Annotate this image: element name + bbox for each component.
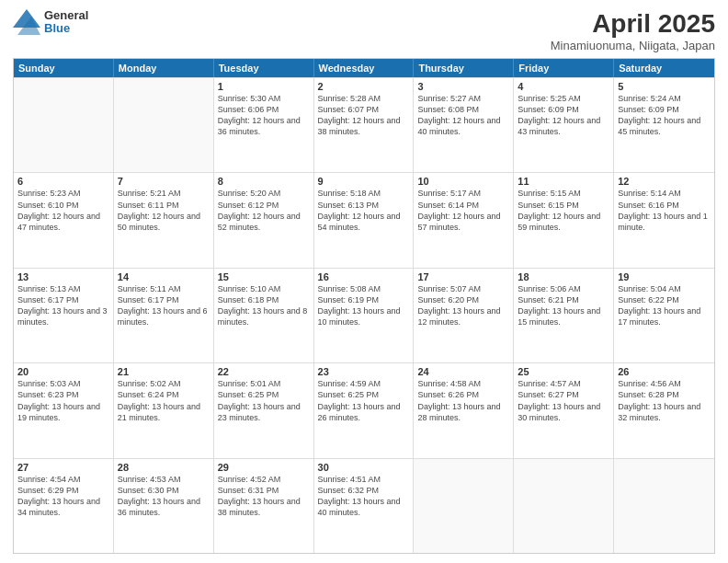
day-number: 13 xyxy=(17,271,109,282)
cal-cell-3-2: 22Sunrise: 5:01 AMSunset: 6:25 PMDayligh… xyxy=(214,363,314,457)
day-number: 24 xyxy=(417,366,509,377)
cal-cell-4-5 xyxy=(514,459,614,553)
day-number: 3 xyxy=(417,81,509,92)
day-info: Sunrise: 5:03 AMSunset: 6:23 PMDaylight:… xyxy=(17,378,109,423)
logo-icon xyxy=(13,9,40,35)
day-info: Sunrise: 4:53 AMSunset: 6:30 PMDaylight:… xyxy=(118,474,210,519)
cal-cell-4-2: 29Sunrise: 4:52 AMSunset: 6:31 PMDayligh… xyxy=(214,459,314,553)
title-block: April 2025 Minamiuonuma, Niigata, Japan xyxy=(551,9,715,52)
day-info: Sunrise: 5:21 AMSunset: 6:11 PMDaylight:… xyxy=(118,188,210,233)
cal-week-1: 6Sunrise: 5:23 AMSunset: 6:10 PMDaylight… xyxy=(14,172,714,267)
day-number: 21 xyxy=(118,366,210,377)
day-info: Sunrise: 5:30 AMSunset: 6:06 PMDaylight:… xyxy=(218,93,310,138)
cal-cell-2-2: 15Sunrise: 5:10 AMSunset: 6:18 PMDayligh… xyxy=(214,269,314,362)
location: Minamiuonuma, Niigata, Japan xyxy=(551,39,715,52)
header: General Blue April 2025 Minamiuonuma, Ni… xyxy=(13,9,715,52)
day-info: Sunrise: 4:59 AMSunset: 6:25 PMDaylight:… xyxy=(318,378,410,423)
day-info: Sunrise: 5:23 AMSunset: 6:10 PMDaylight:… xyxy=(17,188,109,233)
day-number: 10 xyxy=(417,176,509,187)
cal-cell-4-6 xyxy=(614,459,714,553)
day-number: 9 xyxy=(318,176,410,187)
day-number: 6 xyxy=(17,176,109,187)
cal-cell-3-5: 25Sunrise: 4:57 AMSunset: 6:27 PMDayligh… xyxy=(514,363,614,457)
day-info: Sunrise: 4:57 AMSunset: 6:27 PMDaylight:… xyxy=(518,378,609,423)
day-info: Sunrise: 5:01 AMSunset: 6:25 PMDaylight:… xyxy=(218,378,310,423)
cal-cell-3-1: 21Sunrise: 5:02 AMSunset: 6:24 PMDayligh… xyxy=(114,363,214,457)
cal-cell-0-0 xyxy=(14,78,114,172)
day-number: 25 xyxy=(518,366,609,377)
cal-cell-0-2: 1Sunrise: 5:30 AMSunset: 6:06 PMDaylight… xyxy=(214,78,314,172)
cal-header-sunday: Sunday xyxy=(14,59,114,77)
day-info: Sunrise: 5:18 AMSunset: 6:13 PMDaylight:… xyxy=(318,188,410,233)
calendar: SundayMondayTuesdayWednesdayThursdayFrid… xyxy=(13,58,715,554)
cal-cell-0-6: 5Sunrise: 5:24 AMSunset: 6:09 PMDaylight… xyxy=(614,78,714,172)
cal-header-monday: Monday xyxy=(114,59,214,77)
cal-cell-4-1: 28Sunrise: 4:53 AMSunset: 6:30 PMDayligh… xyxy=(114,459,214,553)
day-number: 14 xyxy=(118,271,210,282)
day-info: Sunrise: 5:14 AMSunset: 6:16 PMDaylight:… xyxy=(618,188,711,233)
day-number: 11 xyxy=(518,176,609,187)
cal-cell-2-1: 14Sunrise: 5:11 AMSunset: 6:17 PMDayligh… xyxy=(114,269,214,362)
cal-cell-1-1: 7Sunrise: 5:21 AMSunset: 6:11 PMDaylight… xyxy=(114,173,214,267)
day-number: 19 xyxy=(618,271,711,282)
cal-cell-4-3: 30Sunrise: 4:51 AMSunset: 6:32 PMDayligh… xyxy=(314,459,415,553)
day-number: 23 xyxy=(318,366,410,377)
day-info: Sunrise: 4:58 AMSunset: 6:26 PMDaylight:… xyxy=(417,378,509,423)
cal-header-wednesday: Wednesday xyxy=(314,59,415,77)
cal-cell-3-0: 20Sunrise: 5:03 AMSunset: 6:23 PMDayligh… xyxy=(14,363,114,457)
cal-cell-2-4: 17Sunrise: 5:07 AMSunset: 6:20 PMDayligh… xyxy=(414,269,514,362)
day-number: 12 xyxy=(618,176,711,187)
day-info: Sunrise: 5:10 AMSunset: 6:18 PMDaylight:… xyxy=(218,283,310,328)
day-number: 27 xyxy=(17,462,109,473)
day-number: 28 xyxy=(118,462,210,473)
day-number: 7 xyxy=(118,176,210,187)
day-info: Sunrise: 4:52 AMSunset: 6:31 PMDaylight:… xyxy=(218,474,310,519)
cal-cell-4-0: 27Sunrise: 4:54 AMSunset: 6:29 PMDayligh… xyxy=(14,459,114,553)
day-info: Sunrise: 5:28 AMSunset: 6:07 PMDaylight:… xyxy=(318,93,410,138)
day-number: 5 xyxy=(618,81,711,92)
logo: General Blue xyxy=(13,9,88,36)
cal-cell-4-4 xyxy=(414,459,514,553)
day-info: Sunrise: 5:13 AMSunset: 6:17 PMDaylight:… xyxy=(17,283,109,328)
day-number: 18 xyxy=(518,271,609,282)
day-number: 22 xyxy=(218,366,310,377)
day-info: Sunrise: 5:06 AMSunset: 6:21 PMDaylight:… xyxy=(518,283,609,328)
day-number: 2 xyxy=(318,81,410,92)
day-info: Sunrise: 5:25 AMSunset: 6:09 PMDaylight:… xyxy=(518,93,609,138)
cal-cell-1-0: 6Sunrise: 5:23 AMSunset: 6:10 PMDaylight… xyxy=(14,173,114,267)
month-title: April 2025 xyxy=(551,9,715,39)
day-number: 4 xyxy=(518,81,609,92)
cal-cell-3-4: 24Sunrise: 4:58 AMSunset: 6:26 PMDayligh… xyxy=(414,363,514,457)
day-info: Sunrise: 5:27 AMSunset: 6:08 PMDaylight:… xyxy=(417,93,509,138)
calendar-body: 1Sunrise: 5:30 AMSunset: 6:06 PMDaylight… xyxy=(14,77,714,553)
cal-cell-3-6: 26Sunrise: 4:56 AMSunset: 6:28 PMDayligh… xyxy=(614,363,714,457)
day-info: Sunrise: 5:15 AMSunset: 6:15 PMDaylight:… xyxy=(518,188,609,233)
cal-cell-2-6: 19Sunrise: 5:04 AMSunset: 6:22 PMDayligh… xyxy=(614,269,714,362)
cal-cell-0-3: 2Sunrise: 5:28 AMSunset: 6:07 PMDaylight… xyxy=(314,78,415,172)
day-info: Sunrise: 5:07 AMSunset: 6:20 PMDaylight:… xyxy=(417,283,509,328)
cal-header-thursday: Thursday xyxy=(414,59,514,77)
logo-general: General xyxy=(44,9,88,22)
day-number: 15 xyxy=(218,271,310,282)
day-number: 20 xyxy=(17,366,109,377)
cal-week-3: 20Sunrise: 5:03 AMSunset: 6:23 PMDayligh… xyxy=(14,362,714,457)
cal-header-friday: Friday xyxy=(514,59,614,77)
cal-cell-1-4: 10Sunrise: 5:17 AMSunset: 6:14 PMDayligh… xyxy=(414,173,514,267)
cal-cell-1-5: 11Sunrise: 5:15 AMSunset: 6:15 PMDayligh… xyxy=(514,173,614,267)
cal-cell-2-3: 16Sunrise: 5:08 AMSunset: 6:19 PMDayligh… xyxy=(314,269,415,362)
day-info: Sunrise: 5:04 AMSunset: 6:22 PMDaylight:… xyxy=(618,283,711,328)
day-number: 16 xyxy=(318,271,410,282)
cal-cell-1-3: 9Sunrise: 5:18 AMSunset: 6:13 PMDaylight… xyxy=(314,173,415,267)
day-info: Sunrise: 5:08 AMSunset: 6:19 PMDaylight:… xyxy=(318,283,410,328)
cal-header-saturday: Saturday xyxy=(614,59,714,77)
day-number: 8 xyxy=(218,176,310,187)
day-number: 1 xyxy=(218,81,310,92)
day-number: 17 xyxy=(417,271,509,282)
day-info: Sunrise: 5:17 AMSunset: 6:14 PMDaylight:… xyxy=(417,188,509,233)
cal-cell-1-2: 8Sunrise: 5:20 AMSunset: 6:12 PMDaylight… xyxy=(214,173,314,267)
day-info: Sunrise: 4:54 AMSunset: 6:29 PMDaylight:… xyxy=(17,474,109,519)
cal-cell-2-5: 18Sunrise: 5:06 AMSunset: 6:21 PMDayligh… xyxy=(514,269,614,362)
logo-blue: Blue xyxy=(44,22,88,35)
day-number: 26 xyxy=(618,366,711,377)
day-info: Sunrise: 5:02 AMSunset: 6:24 PMDaylight:… xyxy=(118,378,210,423)
